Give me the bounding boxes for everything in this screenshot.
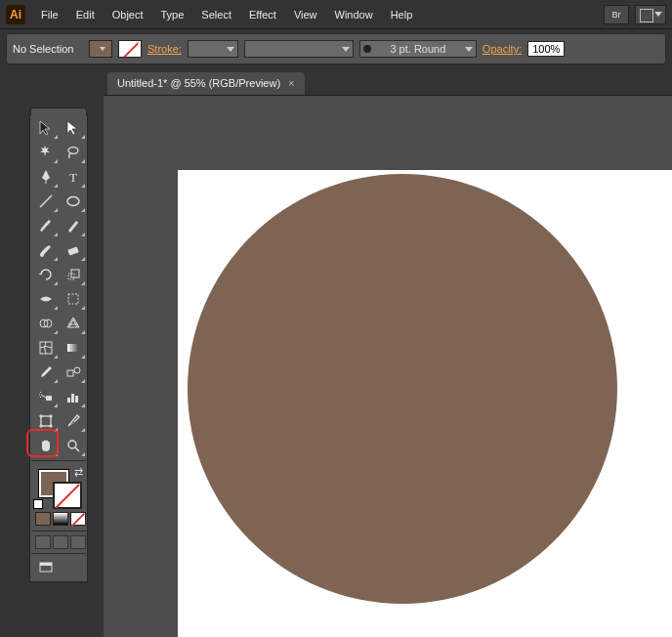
color-button[interactable] (35, 512, 51, 526)
title-bar: Ai File Edit Object Type Select Effect V… (0, 0, 672, 29)
svg-rect-16 (46, 396, 52, 401)
svg-point-29 (68, 441, 76, 448)
type-tool[interactable]: T (60, 165, 86, 189)
menu-select[interactable]: Select (193, 5, 239, 24)
document-area: Untitled-1* @ 55% (RGB/Preview) × (104, 68, 672, 637)
svg-rect-32 (40, 563, 52, 566)
svg-point-5 (40, 253, 44, 257)
menu-help[interactable]: Help (383, 5, 421, 24)
menu-effect[interactable]: Effect (241, 5, 284, 24)
color-mode-row (31, 509, 90, 529)
blob-brush-tool[interactable] (32, 238, 59, 262)
close-tab-icon[interactable]: × (288, 77, 294, 89)
fill-stroke-proxy[interactable]: ⇄ (31, 466, 86, 509)
line-segment-tool[interactable] (32, 190, 59, 213)
shape-builder-tool[interactable] (32, 312, 59, 335)
slice-tool[interactable] (60, 409, 86, 433)
circle-shape[interactable] (188, 174, 617, 604)
stroke-color-swatch[interactable] (118, 40, 142, 58)
swap-fill-stroke-icon[interactable]: ⇄ (74, 466, 83, 479)
menu-type[interactable]: Type (153, 5, 192, 24)
brush-dot-icon (363, 45, 371, 53)
selection-tool[interactable] (32, 116, 59, 140)
document-tab[interactable]: Untitled-1* @ 55% (RGB/Preview) × (107, 72, 305, 95)
svg-point-4 (67, 197, 79, 206)
control-bar: No Selection Stroke: 3 pt. Round Opacity… (6, 33, 666, 64)
app-icon: Ai (6, 5, 25, 24)
document-tab-label: Untitled-1* @ 55% (RGB/Preview) (117, 77, 280, 89)
free-transform-tool[interactable] (60, 287, 86, 311)
workspace-switcher[interactable] (635, 5, 666, 24)
main-menu: File Edit Object Type Select Effect View… (33, 5, 420, 24)
draw-normal-button[interactable] (35, 535, 51, 549)
eyedropper-tool[interactable] (32, 361, 59, 384)
bridge-button[interactable]: Br (604, 5, 629, 24)
svg-rect-14 (67, 370, 73, 376)
opacity-label[interactable]: Opacity: (483, 43, 522, 55)
selection-status: No Selection (13, 43, 83, 55)
menu-object[interactable]: Object (105, 5, 151, 24)
draw-inside-button[interactable] (70, 535, 86, 549)
width-tool[interactable] (32, 287, 59, 311)
artboard (178, 170, 672, 637)
gradient-button[interactable] (53, 512, 68, 526)
svg-rect-13 (67, 344, 79, 352)
pencil-tool[interactable] (60, 214, 86, 237)
direct-selection-tool[interactable] (60, 116, 86, 140)
svg-rect-9 (68, 294, 78, 304)
draw-behind-button[interactable] (53, 535, 68, 549)
svg-rect-17 (67, 398, 70, 403)
perspective-grid-tool[interactable] (60, 312, 86, 335)
tools-panel: T (29, 113, 88, 582)
hand-tool[interactable] (32, 434, 59, 457)
symbol-sprayer-tool[interactable] (32, 385, 59, 408)
draw-mode-row (31, 533, 90, 551)
screen-mode-button[interactable] (32, 556, 59, 579)
svg-rect-18 (71, 394, 74, 403)
stroke-label[interactable]: Stroke: (147, 43, 182, 55)
gradient-tool[interactable] (60, 336, 86, 360)
default-fill-stroke-icon[interactable] (33, 499, 43, 509)
fill-color-swatch[interactable] (89, 40, 112, 58)
ellipse-tool[interactable] (60, 190, 86, 213)
eraser-tool[interactable] (60, 238, 86, 262)
brush-label: 3 pt. Round (390, 43, 445, 55)
stroke-proxy[interactable] (53, 482, 82, 509)
menu-view[interactable]: View (286, 5, 325, 24)
svg-rect-6 (67, 246, 78, 255)
menu-edit[interactable]: Edit (68, 5, 103, 24)
zoom-tool[interactable] (60, 434, 86, 457)
none-button[interactable] (70, 512, 86, 526)
svg-text:T: T (69, 170, 77, 185)
rotate-tool[interactable] (32, 263, 59, 286)
svg-line-3 (40, 195, 52, 207)
svg-point-15 (74, 367, 80, 373)
menu-window[interactable]: Window (327, 5, 381, 24)
menu-file[interactable]: File (33, 5, 66, 24)
variable-width-profile-dropdown[interactable] (244, 40, 354, 58)
paintbrush-tool[interactable] (32, 214, 59, 237)
column-graph-tool[interactable] (60, 385, 86, 408)
svg-rect-20 (41, 416, 51, 426)
lasso-tool[interactable] (60, 141, 86, 164)
magic-wand-tool[interactable] (32, 141, 59, 164)
mesh-tool[interactable] (32, 336, 59, 360)
svg-line-30 (75, 447, 79, 451)
svg-point-0 (68, 148, 78, 154)
artboard-tool[interactable] (32, 409, 59, 433)
canvas[interactable] (104, 96, 672, 637)
scale-tool[interactable] (60, 263, 86, 286)
svg-rect-19 (75, 396, 78, 403)
opacity-value[interactable]: 100% (527, 41, 565, 57)
stroke-weight-dropdown[interactable] (188, 40, 238, 58)
pen-tool[interactable] (32, 165, 59, 189)
svg-rect-12 (40, 342, 52, 354)
document-tab-bar: Untitled-1* @ 55% (RGB/Preview) × (104, 68, 672, 96)
brush-definition-dropdown[interactable]: 3 pt. Round (359, 40, 477, 58)
blend-tool[interactable] (60, 361, 86, 384)
